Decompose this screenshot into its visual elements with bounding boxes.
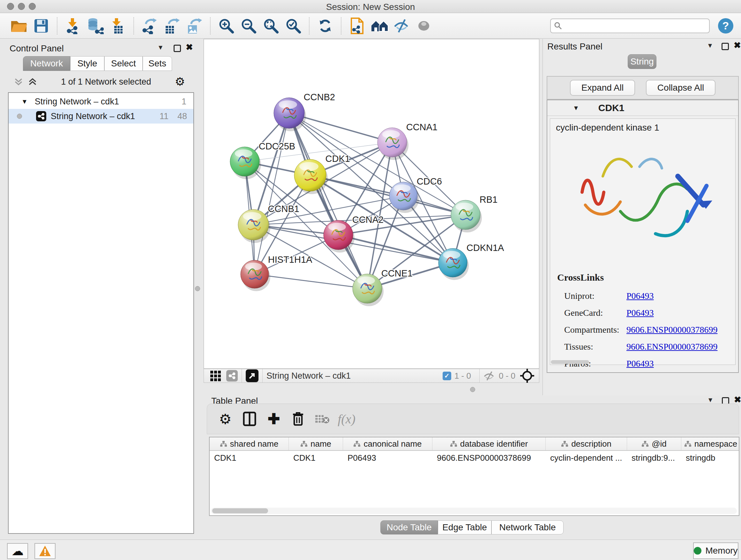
grid-view-icon[interactable] — [210, 370, 221, 381]
create-column-icon[interactable]: ✚ — [265, 410, 283, 428]
tab-network[interactable]: Network — [23, 56, 70, 71]
selected-checkbox-icon[interactable]: ✓ — [443, 372, 451, 380]
network-node-CCNA1[interactable] — [378, 128, 408, 160]
crosslink-link[interactable]: 9606.ENSP00000378699 — [626, 338, 718, 355]
birds-eye-view-icon[interactable] — [246, 369, 259, 382]
column-header[interactable]: name — [289, 437, 343, 450]
tab-string[interactable]: String — [628, 54, 657, 69]
edge-CDK1-RB1[interactable] — [310, 175, 466, 215]
crosshair-icon[interactable] — [520, 368, 535, 383]
delete-column-icon[interactable] — [289, 410, 307, 428]
zoom-in-icon[interactable] — [217, 17, 235, 35]
network-node-CCNE1[interactable] — [353, 274, 384, 306]
collapse-all-icon[interactable] — [14, 77, 23, 86]
tab-style[interactable]: Style — [70, 56, 105, 71]
save-session-icon[interactable] — [32, 17, 50, 35]
hide-selected-icon[interactable] — [393, 17, 411, 35]
column-header[interactable]: namespace — [681, 437, 739, 450]
network-node-CCNB2[interactable] — [274, 98, 306, 131]
show-all-icon[interactable] — [415, 17, 433, 35]
result-horizontal-scrollbar[interactable] — [551, 360, 589, 364]
fit-content-icon[interactable] — [262, 17, 280, 35]
network-row[interactable]: String Network – cdk1 11 48 — [9, 109, 193, 124]
cell-database-identifier[interactable]: 9606.ENSP00000378699 — [432, 451, 546, 465]
warning-icon — [38, 545, 52, 557]
tab-node-table[interactable]: Node Table — [381, 520, 438, 535]
collection-expander-icon[interactable]: ▼ — [21, 98, 28, 105]
network-collection-row[interactable]: ▼ String Network – cdk1 1 — [9, 94, 193, 109]
cell-name[interactable]: CDK1 — [289, 451, 343, 465]
column-header[interactable]: description — [546, 437, 627, 450]
search-field[interactable] — [550, 18, 710, 33]
crosslink-link[interactable]: 9606.ENSP00000378699 — [626, 321, 718, 338]
import-table-from-file-icon[interactable] — [109, 17, 127, 35]
refresh-view-icon[interactable] — [316, 17, 334, 35]
cell-id[interactable]: stringdb:9... — [627, 451, 681, 465]
column-header[interactable]: canonical name — [343, 437, 432, 450]
control-panel-maximize-icon[interactable] — [174, 45, 181, 52]
tab-select[interactable]: Select — [105, 56, 143, 71]
cloud-button[interactable]: ☁ — [7, 543, 28, 559]
tab-edge-table[interactable]: Edge Table — [438, 520, 491, 535]
table-settings-gear-icon[interactable]: ⚙ — [216, 410, 234, 428]
control-panel-float-icon[interactable]: ▾ — [158, 44, 162, 51]
help-icon[interactable]: ? — [718, 18, 733, 34]
table-horizontal-scrollbar[interactable] — [211, 508, 737, 514]
expand-all-icon[interactable] — [28, 77, 37, 86]
results-panel-float-icon[interactable]: ▾ — [708, 42, 712, 49]
cell-shared-name[interactable]: CDK1 — [210, 451, 289, 465]
column-header[interactable]: database identifier — [432, 437, 546, 450]
edge-CCNB2-HIST1H1A[interactable] — [255, 113, 289, 274]
zoom-out-icon[interactable] — [240, 17, 258, 35]
cell-canonical-name[interactable]: P06493 — [343, 451, 432, 465]
warnings-button[interactable] — [35, 543, 56, 559]
export-table-icon[interactable] — [163, 17, 181, 35]
search-input[interactable] — [562, 20, 701, 31]
results-panel-maximize-icon[interactable] — [722, 43, 729, 50]
edge-CCNE1-HIST1H1A[interactable] — [255, 274, 367, 289]
network-graph[interactable]: CCNB2CCNA1CDC25BCDK1CDC6RB1CCNB1CCNA2CDK… — [204, 39, 539, 368]
import-network-from-database-icon[interactable] — [86, 17, 105, 35]
network-canvas[interactable]: CCNB2CCNA1CDC25BCDK1CDC6RB1CCNB1CCNA2CDK… — [204, 39, 539, 369]
open-session-icon[interactable] — [10, 17, 28, 35]
export-network-icon[interactable] — [141, 17, 158, 35]
table-splitter-handle[interactable] — [470, 387, 475, 392]
network-node-CDKN1A[interactable] — [439, 248, 469, 280]
tab-sets[interactable]: Sets — [143, 56, 172, 71]
network-node-RB1[interactable] — [451, 200, 482, 233]
new-network-from-selection-icon[interactable] — [348, 17, 366, 35]
zoom-selected-icon[interactable] — [284, 17, 302, 35]
hidden-eye-slash-icon[interactable] — [483, 371, 495, 381]
crosslink-link[interactable]: P06493 — [626, 287, 654, 304]
tab-network-table[interactable]: Network Table — [491, 520, 563, 535]
table-panel-float-icon[interactable]: ▾ — [709, 396, 712, 403]
result-collapse-icon[interactable]: ▼ — [573, 105, 579, 112]
expand-all-button[interactable]: Expand All — [570, 80, 635, 96]
collapse-all-button[interactable]: Collapse All — [646, 80, 716, 96]
network-node-HIST1H1A[interactable] — [241, 260, 270, 291]
column-header[interactable]: @id — [627, 437, 681, 450]
crosslink-row: Uniprot: P06493 — [564, 287, 718, 304]
network-options-gear-icon[interactable]: ⚙ — [175, 75, 185, 88]
results-panel-close-icon[interactable]: ✖ — [734, 42, 741, 49]
table-row[interactable]: CDK1 CDK1 P06493 9606.ENSP00000378699 cy… — [210, 451, 739, 465]
column-header[interactable]: shared name — [210, 437, 289, 450]
cell-description[interactable]: cyclin-dependent ... — [546, 451, 627, 465]
cell-namespace[interactable]: stringdb — [681, 451, 739, 465]
crosslink-link[interactable]: P06493 — [626, 304, 654, 321]
memory-button[interactable]: Memory — [693, 543, 738, 559]
scrollbar-thumb[interactable] — [212, 508, 268, 513]
first-neighbors-icon[interactable] — [370, 17, 388, 35]
show-columns-icon[interactable] — [240, 410, 259, 428]
crosslink-link[interactable]: P06493 — [626, 355, 654, 372]
control-panel-close-icon[interactable]: ✖ — [186, 44, 193, 51]
export-image-icon[interactable] — [185, 17, 203, 35]
import-network-from-file-icon[interactable] — [64, 17, 82, 35]
network-share-view-icon[interactable] — [226, 370, 238, 381]
network-node-CDK1[interactable] — [294, 159, 328, 194]
result-card-header[interactable]: ▼ CDK1 — [547, 100, 738, 116]
left-splitter-handle[interactable] — [195, 286, 200, 291]
table-panel-close-icon[interactable]: ✖ — [734, 396, 741, 403]
network-node-CDC25B[interactable] — [230, 147, 261, 179]
toolbar-separator — [341, 17, 341, 35]
